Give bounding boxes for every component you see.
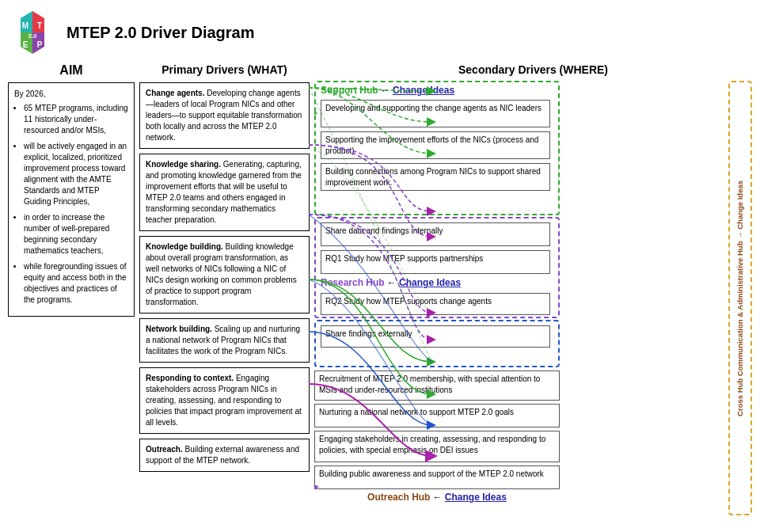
support-hub-area: Support Hub ← Change Ideas Developing an…	[314, 81, 560, 215]
aim-section: AIM By 2026, 65 MTEP programs, including…	[8, 63, 135, 520]
secondary-box-sh4: Share data and findings internally	[321, 222, 550, 246]
svg-text:E: E	[23, 40, 28, 49]
header: M T E P 2.0 MTEP 2.0 Driver Diagram	[8, 8, 752, 57]
driver-label-6: Outreach.	[146, 445, 183, 454]
network-hub-area: Share findings externally	[314, 320, 560, 367]
secondary-box-nb1: Recruitment of MTEP 2.0 membership, with…	[314, 370, 560, 401]
secondary-section-title: Secondary Drivers (WHERE)	[314, 63, 752, 76]
secondary-box-ou1: Building public awareness and support of…	[314, 466, 560, 489]
outreach-hub-change-ideas[interactable]: Change Ideas	[445, 492, 507, 503]
secondary-box-nb2: Nurturing a national network to support …	[314, 404, 560, 428]
cross-hub-label: Cross Hub Communication & Administrative…	[735, 180, 744, 416]
driver-outreach: Outreach. Building external awareness an…	[139, 439, 310, 472]
logo: M T E P 2.0	[8, 8, 57, 57]
outreach-hub-label: Outreach Hub ← Change Ideas	[314, 492, 560, 503]
driver-label-2: Knowledge sharing.	[146, 160, 221, 169]
driver-responding: Responding to context. Engaging stakehol…	[139, 367, 310, 434]
secondary-box-sh3: Building connections among Program NICs …	[321, 163, 550, 191]
svg-text:2.0: 2.0	[28, 32, 37, 40]
secondary-box-rh2: Share findings externally	[321, 325, 550, 348]
secondary-box-rc1: Engaging stakeholders in creating, asses…	[314, 431, 560, 462]
primary-section-title: Primary Drivers (WHAT)	[139, 63, 310, 76]
aim-title: AIM	[8, 63, 135, 78]
primary-section: Primary Drivers (WHAT) Change agents. De…	[139, 63, 310, 520]
primary-drivers-list: Change agents. Developing change agents—…	[139, 82, 310, 472]
secondary-box-rh1: RQ2 Study how MTEP supports change agent…	[321, 293, 550, 315]
driver-text-2: Generating, capturing, and promoting kno…	[146, 160, 302, 224]
secondary-section: Secondary Drivers (WHERE) Support Hub ← …	[314, 63, 752, 520]
cross-hub-outer-border: Cross Hub Communication & Administrative…	[728, 81, 752, 515]
secondary-box-sh5: RQ1 Study how MTEP supports partnerships	[321, 250, 550, 274]
aim-bullets: 65 MTEP programs, including 11 historica…	[24, 103, 128, 306]
driver-change-agents: Change agents. Developing change agents—…	[139, 82, 310, 149]
svg-text:M: M	[22, 21, 28, 30]
page-title: MTEP 2.0 Driver Diagram	[66, 24, 255, 42]
aim-bullet-4: while foregrounding issues of equity and…	[24, 261, 128, 306]
support-hub-change-ideas[interactable]: Change Ideas	[393, 85, 454, 96]
research-hub-change-ideas[interactable]: Change Ideas	[399, 277, 461, 288]
secondary-box-sh1: Developing and supporting the change age…	[321, 100, 550, 127]
knowledge-hub-area: Share data and findings internally RQ1 S…	[314, 217, 560, 318]
svg-text:P: P	[37, 40, 43, 49]
driver-text-3: Building knowledge about overall program…	[146, 242, 297, 306]
driver-label-1: Change agents.	[146, 89, 204, 97]
driver-network-building: Network building. Scaling up and nurturi…	[139, 318, 310, 363]
research-hub-label: Research Hub ← Change Ideas	[321, 277, 461, 288]
driver-knowledge-sharing: Knowledge sharing. Generating, capturing…	[139, 154, 310, 231]
svg-text:T: T	[37, 21, 42, 30]
driver-knowledge-building: Knowledge building. Building knowledge a…	[139, 236, 310, 314]
aim-intro: By 2026,	[14, 89, 128, 100]
support-hub-label: Support Hub ← Change Ideas	[316, 82, 558, 98]
aim-box: By 2026, 65 MTEP programs, including 11 …	[8, 82, 135, 317]
driver-label-4: Network building.	[146, 325, 212, 333]
main-layout: AIM By 2026, 65 MTEP programs, including…	[8, 63, 752, 520]
aim-bullet-2: will be actively engaged in an explicit,…	[24, 141, 128, 207]
secondary-box-sh2: Supporting the improvement efforts of th…	[321, 131, 550, 159]
driver-label-5: Responding to context.	[146, 374, 234, 382]
driver-label-3: Knowledge building.	[146, 242, 223, 251]
aim-bullet-1: 65 MTEP programs, including 11 historica…	[24, 103, 128, 136]
aim-bullet-3: in order to increase the number of well-…	[24, 212, 128, 256]
secondary-content: Support Hub ← Change Ideas Developing an…	[314, 81, 752, 519]
page: M T E P 2.0 MTEP 2.0 Driver Diagram AIM …	[0, 0, 760, 532]
